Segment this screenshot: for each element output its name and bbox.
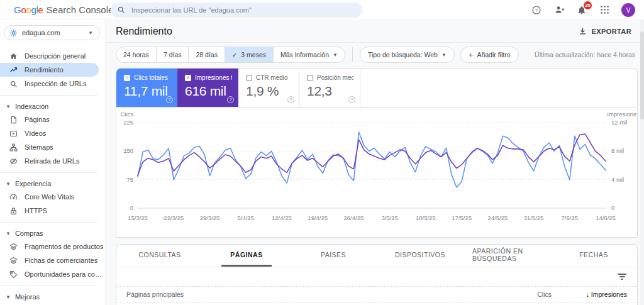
metric-card-clics-totales[interactable]: ✓Clics totales11,7 mil? <box>116 69 177 107</box>
sidebar-item-inspeccion-de-urls[interactable]: Inspección de URLs <box>0 77 105 91</box>
url-inspection-searchbar[interactable] <box>111 3 362 18</box>
main-content: Rendimiento EXPORTAR 24 horas7 días28 dí… <box>106 20 644 305</box>
add-filter-chip[interactable]: + Añadir filtro <box>460 47 519 63</box>
sidebar-section-compras[interactable]: ▼Compras <box>0 227 105 240</box>
sidebar-section-experiencia[interactable]: ▼Experiencia <box>0 177 105 190</box>
product-name: Search Console <box>47 4 114 15</box>
svg-text:12 mil: 12 mil <box>611 119 627 126</box>
date-range-28-dias[interactable]: 28 días <box>189 47 225 62</box>
scrollbar-thumb[interactable] <box>640 31 644 119</box>
tab-dispositivos[interactable]: DISPOSITIVOS <box>377 245 464 267</box>
metric-label: CTR medio <box>256 74 288 81</box>
sidebar-item-https[interactable]: HTTPS <box>0 204 105 218</box>
sidebar-item-fragmentos-de-productos[interactable]: Fragmentos de productos <box>0 240 105 253</box>
tab-aparicion-en-busquedas[interactable]: APARICIÓN EN BÚSQUEDAS <box>464 245 550 267</box>
section-collapse-icon: ▼ <box>6 104 11 109</box>
chevron-down-icon: ▼ <box>333 52 338 58</box>
dimension-tabs: CONSULTASPÁGINASPAÍSESDISPOSITIVOSAPARIC… <box>116 245 637 267</box>
section-collapse-icon: ▼ <box>6 231 11 236</box>
help-icon[interactable]: ? <box>287 96 294 103</box>
svg-text:31/5/25: 31/5/25 <box>524 214 544 221</box>
table-row[interactable]: https://www.edagua.com/depositos-agua/vo… <box>116 302 637 305</box>
performance-chart[interactable]: 22515075012 mil8 mil4 mil0ClicsImpresion… <box>116 108 637 237</box>
search-icon <box>117 6 125 14</box>
sidebar-divider <box>0 172 97 173</box>
date-range-24-horas[interactable]: 24 horas <box>116 47 157 62</box>
scrollbar[interactable] <box>640 20 644 305</box>
date-range-3-meses[interactable]: ✓3 meses <box>225 47 274 62</box>
url-inspection-input[interactable] <box>130 6 356 14</box>
sidebar-item-descripcion-general[interactable]: Descripción general <box>0 49 105 63</box>
metric-card-ctr-medio[interactable]: CTR medio1,9 %? <box>238 69 299 107</box>
metric-card-impresiones-total[interactable]: ✓Impresiones total…616 mil? <box>177 69 238 107</box>
metric-label: Impresiones total… <box>195 74 232 81</box>
sidebar-item-retirada-de-urls[interactable]: Retirada de URLs <box>0 154 105 168</box>
export-button[interactable]: EXPORTAR <box>575 25 635 38</box>
manage-users-icon[interactable] <box>553 4 565 16</box>
svg-text:150: 150 <box>123 147 133 154</box>
filter-list-icon[interactable] <box>617 272 627 281</box>
sort-down-icon: ↓ <box>586 291 591 298</box>
tab-paginas[interactable]: PÁGINAS <box>203 245 290 267</box>
date-range-segmented-control: 24 horas7 días28 días✓3 mesesMás informa… <box>116 47 345 63</box>
sidebar-item-sitemaps[interactable]: Sitemaps <box>0 140 105 154</box>
sidebar-item-fichas-de-comerciantes[interactable]: Fichas de comerciantes <box>0 253 105 267</box>
sidebar-section-indexacion[interactable]: ▼Indexación <box>0 100 105 113</box>
user-avatar[interactable]: V <box>621 3 635 17</box>
help-icon[interactable]: ? <box>166 96 173 103</box>
metric-card-posicion-media[interactable]: Posición media12,3? <box>299 69 360 107</box>
svg-text:17/5/25: 17/5/25 <box>452 214 472 221</box>
metric-label: Clics totales <box>134 74 168 81</box>
tab-paises[interactable]: PAÍSES <box>290 245 377 267</box>
google-logo-text: Google <box>14 4 43 15</box>
svg-text:15/3/25: 15/3/25 <box>128 214 148 221</box>
home-icon <box>9 52 18 60</box>
chevron-down-icon: ▼ <box>88 30 93 36</box>
date-range-7-dias[interactable]: 7 días <box>157 47 189 62</box>
svg-text:22/3/25: 22/3/25 <box>164 214 184 221</box>
google-apps-grid-icon[interactable] <box>599 4 610 16</box>
layers-icon <box>9 243 18 251</box>
column-header-impressions[interactable]: ↓ Impresiones <box>552 291 627 298</box>
sidebar: edagua.com ▼ Descripción generalRendimie… <box>0 20 106 305</box>
sidebar-item-rendimiento[interactable]: Rendimiento <box>0 63 99 77</box>
column-header-clicks[interactable]: Clics <box>495 291 552 298</box>
svg-text:0: 0 <box>611 204 614 211</box>
pages-icon <box>9 116 18 124</box>
checked-checkbox-icon: ✓ <box>185 75 191 81</box>
unchecked-checkbox-icon <box>246 75 252 81</box>
check-icon: ✓ <box>232 52 237 58</box>
help-icon[interactable]: ? <box>227 96 234 103</box>
app-logo[interactable]: Google Search Console <box>14 4 113 15</box>
svg-text:10/5/25: 10/5/25 <box>416 214 436 221</box>
plus-icon: + <box>469 51 474 59</box>
lock-icon <box>9 207 18 215</box>
eye-off-icon <box>9 157 18 165</box>
notification-badge: 20 <box>584 1 592 9</box>
svg-text:24/5/25: 24/5/25 <box>487 214 508 221</box>
date-range-mas-informacion[interactable]: Más información▼ <box>274 47 345 62</box>
sidebar-item-paginas[interactable]: Páginas <box>0 113 105 126</box>
svg-text:19/4/25: 19/4/25 <box>308 214 328 221</box>
section-collapse-icon: ▼ <box>6 181 11 187</box>
metric-value: 616 mil <box>185 84 232 99</box>
sidebar-section-mejoras[interactable]: ▼Mejoras <box>0 291 105 303</box>
layers-icon <box>9 257 18 265</box>
sidebar-divider <box>0 95 97 96</box>
help-icon[interactable]: ? <box>348 96 355 103</box>
metric-value: 12,3 <box>307 84 353 99</box>
dimensions-table-card: CONSULTASPÁGINASPAÍSESDISPOSITIVOSAPARIC… <box>116 244 638 305</box>
property-selector[interactable]: edagua.com ▼ <box>4 25 100 40</box>
sidebar-item-oportunidades-para-co[interactable]: Oportunidades para co… <box>0 267 105 281</box>
chevron-down-icon: ▼ <box>441 52 447 58</box>
search-type-chip[interactable]: Tipo de búsqueda: Web ▼ <box>360 47 455 63</box>
svg-text:8 mil: 8 mil <box>611 147 624 154</box>
tab-fechas[interactable]: FECHAS <box>550 245 637 267</box>
notifications-bell-icon[interactable]: 20 <box>576 4 587 16</box>
sidebar-item-core-web-vitals[interactable]: Core Web Vitals <box>0 190 105 204</box>
svg-text:Impresiones: Impresiones <box>607 113 638 118</box>
sidebar-item-videos[interactable]: Vídeos <box>0 126 105 140</box>
tab-consultas[interactable]: CONSULTAS <box>116 245 203 267</box>
svg-text:12/4/25: 12/4/25 <box>272 214 292 221</box>
help-icon[interactable]: ? <box>531 4 542 16</box>
